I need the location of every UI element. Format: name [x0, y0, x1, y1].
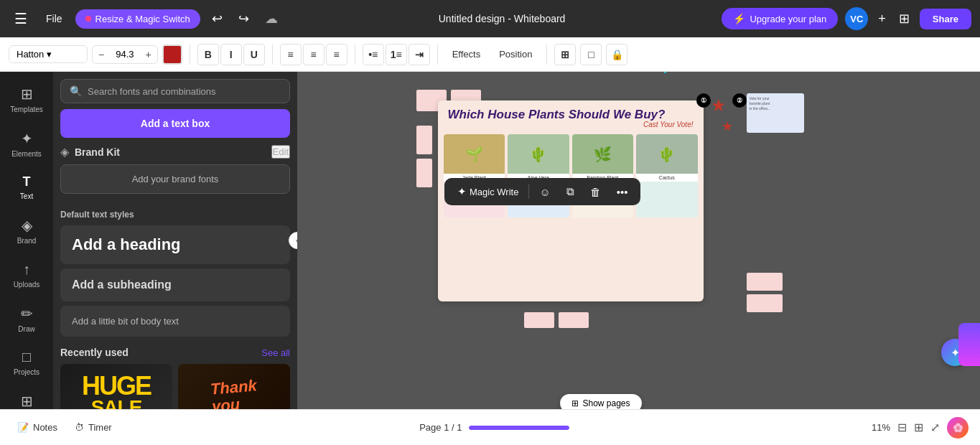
add-brand-fonts-button[interactable]: Add your brand fonts [60, 164, 290, 194]
indent-button[interactable]: ⇥ [409, 44, 430, 65]
brand-icon: ◈ [22, 217, 32, 234]
uploads-label: Uploads [14, 281, 40, 289]
font-size-value[interactable]: 94.3 [110, 46, 139, 62]
recently-used-title: Recently used [60, 347, 129, 358]
font-size-group: − 94.3 + [92, 45, 158, 64]
add-collaborator-button[interactable]: + [875, 9, 889, 29]
canvas-area[interactable]: ✦ Magic Write ☺ ⧉ 🗑 ••• [297, 72, 980, 409]
share-button[interactable]: Share [920, 9, 971, 29]
user-avatar[interactable]: VC [845, 7, 868, 30]
align-center-button[interactable]: ≡ [303, 44, 325, 65]
separator3 [355, 44, 355, 65]
magic-write-button[interactable]: ✦ Magic Write [452, 182, 524, 201]
add-textbox-button[interactable]: Add a text box [60, 109, 290, 138]
see-all-button[interactable]: See all [261, 347, 290, 358]
sidebar-item-elements[interactable]: ✦ Elements [0, 123, 53, 166]
main-content: ⊞ Templates ✦ Elements T Text ◈ Brand ↑ … [0, 72, 980, 409]
trash-icon: 🗑 [590, 186, 601, 198]
brand-kit-edit-button[interactable]: Edit [271, 145, 290, 159]
sidebar-item-projects[interactable]: □ Projects [0, 342, 53, 384]
star-badge-1: ★ [711, 95, 727, 116]
grid-pattern-button[interactable]: ⊞ [554, 44, 576, 65]
float-copy-button[interactable]: ⧉ [561, 182, 580, 201]
sidebar-item-templates[interactable]: ⊞ Templates [0, 78, 53, 121]
font-selector[interactable]: Hatton ▾ [9, 45, 88, 63]
draw-icon: ✏ [21, 305, 33, 322]
sidebar-item-apps[interactable]: ⊞ Apps [0, 385, 53, 409]
menu-button[interactable]: ☰ [9, 7, 33, 30]
sidebar-item-draw[interactable]: ✏ Draw [0, 298, 53, 341]
brand-kit-icon: ◈ [60, 145, 69, 159]
sidebar-item-uploads[interactable]: ↑ Uploads [0, 254, 53, 296]
border-button[interactable]: □ [580, 44, 602, 65]
font-size-increase-button[interactable]: + [140, 46, 157, 63]
timer-button[interactable]: ⏱ Timer [69, 419, 118, 436]
smiley-button[interactable]: ☺ [533, 183, 556, 201]
upgrade-icon: ⚡ [733, 13, 745, 24]
zoom-in-button[interactable]: ⊞ [914, 421, 923, 434]
note-right-top: Vote for yourfavorite plantin the office… [747, 93, 804, 133]
float-delete-button[interactable]: 🗑 [584, 183, 607, 201]
canva-avatar[interactable]: 🌸 [947, 417, 969, 439]
bullet-list-button[interactable]: •≡ [363, 44, 384, 65]
show-pages-button[interactable]: ⊞ Show pages [560, 394, 642, 409]
float-more-button[interactable]: ••• [611, 183, 634, 201]
italic-button[interactable]: I [220, 44, 242, 65]
sidebar-item-brand[interactable]: ◈ Brand [0, 210, 53, 253]
sale-huge-text: HUGE [82, 375, 151, 398]
notes-button[interactable]: 📝 Notes [11, 419, 63, 436]
grid-view-button[interactable]: ⊞ [896, 8, 913, 29]
file-button[interactable]: File [40, 10, 68, 27]
fullscreen-button[interactable]: ⤢ [930, 421, 940, 434]
font-card-sale[interactable]: HUGE SALE › [60, 364, 172, 409]
font-card-thankyou[interactable]: Thankyou › [178, 364, 290, 409]
redo-button[interactable]: ↪ [234, 8, 253, 29]
zoom-out-button[interactable]: ⊟ [897, 421, 907, 434]
effects-button[interactable]: Effects [445, 46, 488, 62]
text-color-swatch[interactable] [162, 44, 182, 65]
smiley-icon: ☺ [539, 186, 550, 198]
font-search-box[interactable]: 🔍 Search fonts and combinations [60, 79, 290, 103]
text-panel: 🔍 Search fonts and combinations Add a te… [53, 72, 297, 409]
sale-text: SALE [82, 398, 151, 409]
subheading-style-button[interactable]: Add a subheading [60, 268, 290, 301]
heading-style-button[interactable]: Add a heading [60, 225, 290, 264]
brand-kit-left: ◈ Brand Kit [60, 145, 120, 159]
undo-button[interactable]: ↩ [207, 8, 227, 29]
align-right-button[interactable]: ≡ [326, 44, 347, 65]
separator2 [272, 44, 273, 65]
sidebar-item-text[interactable]: T Text [0, 167, 53, 208]
timer-icon: ⏱ [75, 422, 84, 433]
plant-name-4: Cactus [636, 174, 698, 182]
thankyou-text: Thankyou [210, 377, 259, 409]
text-icon: T [23, 174, 31, 189]
separator4 [437, 44, 438, 65]
draw-label: Draw [18, 325, 34, 334]
position-button[interactable]: Position [492, 46, 539, 62]
sticky-bottom-1 [524, 312, 554, 328]
underline-button[interactable]: U [243, 44, 265, 65]
resize-magic-switch-button[interactable]: Resize & Magic Switch [75, 9, 200, 29]
sticky-right-2 [747, 294, 783, 312]
body-style-button[interactable]: Add a little bit of body text [60, 306, 290, 337]
projects-icon: □ [22, 349, 31, 365]
cloud-icon: ☁ [261, 8, 282, 29]
show-pages-icon: ⊞ [571, 398, 579, 408]
align-left-button[interactable]: ≡ [280, 44, 302, 65]
notes-icon: 📝 [17, 422, 29, 433]
upgrade-button[interactable]: ⚡ Upgrade your plan [722, 8, 838, 29]
font-size-decrease-button[interactable]: − [93, 46, 110, 63]
number-badge-2: ② [732, 93, 747, 108]
cast-vote-label: Cast Your Vote! [448, 121, 694, 128]
elements-label: Elements [11, 150, 42, 159]
number-list-button[interactable]: 1≡ [386, 44, 407, 65]
sticky-bottom-2 [559, 312, 589, 328]
uploads-icon: ↑ [23, 261, 30, 278]
plant-card-4: 🌵 Cactus [636, 134, 698, 217]
sticky-right-1 [747, 273, 783, 291]
separator [190, 44, 190, 65]
align-group: ≡ ≡ ≡ [280, 44, 347, 65]
lock-button[interactable]: 🔒 [606, 44, 627, 65]
bold-button[interactable]: B [197, 44, 219, 65]
bottom-right: 11% ⊟ ⊞ ⤢ 🌸 [872, 417, 969, 439]
